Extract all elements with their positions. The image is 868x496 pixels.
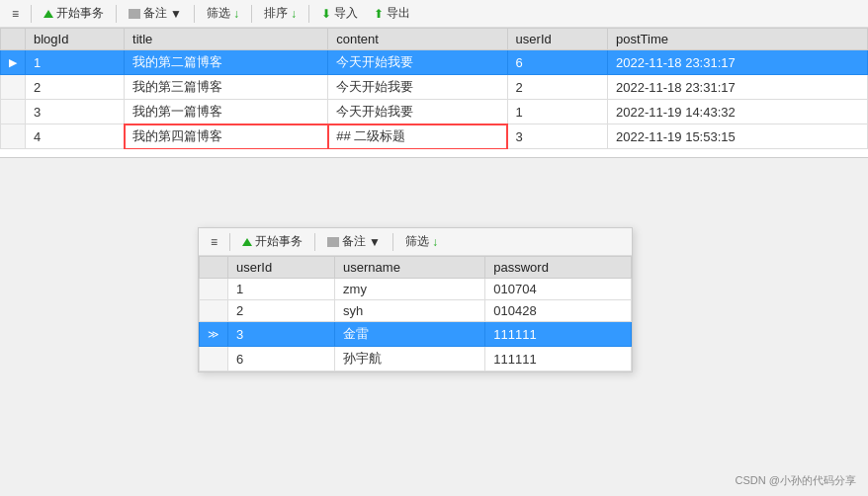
menu-button[interactable]: ≡ xyxy=(6,5,25,23)
top-panel: ≡ 开始事务 备注 ▼ 筛选 ↓ 排序 ↓ ⬇ 导入 ⬆ 导出 xyxy=(0,0,868,158)
cell-posttime[interactable]: 2022-11-19 15:53:15 xyxy=(608,124,868,149)
cell-userid[interactable]: 2 xyxy=(228,300,335,322)
cell-userid[interactable]: 1 xyxy=(507,100,607,124)
cell-userid[interactable]: 3 xyxy=(228,322,335,347)
bottom-filter-label: 筛选 xyxy=(405,233,429,250)
notes-dropdown-icon: ▼ xyxy=(170,7,182,21)
cell-title[interactable]: 我的第一篇博客 xyxy=(125,100,328,124)
row-indicator xyxy=(1,100,26,124)
export-icon: ⬆ xyxy=(374,7,384,21)
sort-button[interactable]: 排序 ↓ xyxy=(258,3,303,24)
bottom-notes-button[interactable]: 备注 ▼ xyxy=(321,231,387,252)
col-userid[interactable]: userId xyxy=(507,29,607,50)
col-posttime[interactable]: postTime xyxy=(608,29,868,50)
bottom-menu-icon: ≡ xyxy=(211,235,217,249)
blog-table-header: blogId title content userId postTime xyxy=(1,29,868,50)
col-username[interactable]: username xyxy=(335,257,485,279)
user-table-body: 1zmy0107042syh010428≫3金雷1111116孙宇航111111 xyxy=(200,279,632,372)
cell-title[interactable]: 我的第四篇博客 xyxy=(125,124,328,149)
import-button[interactable]: ⬇ 导入 xyxy=(315,3,364,24)
table-row[interactable]: 3我的第一篇博客今天开始我要12022-11-19 14:43:32 xyxy=(1,100,868,124)
start-transaction-label: 开始事务 xyxy=(56,5,104,22)
cell-password[interactable]: 111111 xyxy=(485,347,632,372)
export-label: 导出 xyxy=(387,5,410,22)
row-indicator xyxy=(1,75,26,100)
cell-userid[interactable]: 6 xyxy=(507,50,607,75)
bottom-separator-2 xyxy=(314,233,315,251)
cell-userid[interactable]: 1 xyxy=(228,279,335,300)
cell-blogid[interactable]: 4 xyxy=(26,124,125,149)
cell-password[interactable]: 010428 xyxy=(485,300,632,322)
cell-username[interactable]: syh xyxy=(335,300,485,322)
bottom-start-transaction-label: 开始事务 xyxy=(255,233,303,250)
col-blogid[interactable]: blogId xyxy=(26,29,125,50)
bottom-start-transaction-button[interactable]: 开始事务 xyxy=(236,231,308,252)
export-button[interactable]: ⬆ 导出 xyxy=(368,3,416,24)
separator-1 xyxy=(31,5,32,23)
user-table: userId username password 1zmy0107042syh0… xyxy=(199,256,632,372)
filter-button[interactable]: 筛选 ↓ xyxy=(201,3,245,24)
cell-blogid[interactable]: 2 xyxy=(26,75,125,100)
play-icon xyxy=(43,10,53,18)
separator-3 xyxy=(194,5,195,23)
watermark-text: CSDN @小孙的代码分享 xyxy=(736,474,856,486)
table-row[interactable]: 6孙宇航111111 xyxy=(200,347,632,372)
table-row[interactable]: ▶1我的第二篇博客今天开始我要62022-11-18 23:31:17 xyxy=(1,50,868,75)
row-indicator xyxy=(1,124,26,149)
col-content[interactable]: content xyxy=(328,29,507,50)
table-row[interactable]: 2syh010428 xyxy=(200,300,632,322)
bottom-separator-1 xyxy=(229,233,230,251)
bottom-play-icon xyxy=(242,238,252,246)
bottom-notes-label: 备注 xyxy=(342,233,366,250)
table-row[interactable]: ≫3金雷111111 xyxy=(200,322,632,347)
cell-username[interactable]: zmy xyxy=(335,279,485,300)
table-row[interactable]: 4我的第四篇博客## 二级标题32022-11-19 15:53:15 xyxy=(1,124,868,149)
blog-table: blogId title content userId postTime ▶1我… xyxy=(0,28,868,149)
row-indicator xyxy=(200,347,228,372)
cell-content[interactable]: 今天开始我要 xyxy=(328,75,507,100)
watermark: CSDN @小孙的代码分享 xyxy=(736,473,856,488)
bottom-notes-dropdown-icon: ▼ xyxy=(369,235,381,249)
cell-content[interactable]: ## 二级标题 xyxy=(328,124,507,149)
top-table-wrapper: blogId title content userId postTime ▶1我… xyxy=(0,28,868,149)
sort-arrow-icon: ↓ xyxy=(291,7,297,21)
cell-posttime[interactable]: 2022-11-18 23:31:17 xyxy=(608,50,868,75)
cell-username[interactable]: 孙宇航 xyxy=(335,347,485,372)
top-toolbar: ≡ 开始事务 备注 ▼ 筛选 ↓ 排序 ↓ ⬇ 导入 ⬆ 导出 xyxy=(0,0,868,28)
col-password[interactable]: password xyxy=(485,257,632,279)
filter-arrow-icon: ↓ xyxy=(233,7,239,21)
user-table-header: userId username password xyxy=(200,257,632,279)
cell-title[interactable]: 我的第三篇博客 xyxy=(125,75,328,100)
table-row[interactable]: 1zmy010704 xyxy=(200,279,632,300)
bottom-menu-button[interactable]: ≡ xyxy=(205,233,223,251)
cell-password[interactable]: 010704 xyxy=(485,279,632,300)
col-title[interactable]: title xyxy=(125,29,328,50)
cell-posttime[interactable]: 2022-11-19 14:43:32 xyxy=(608,100,868,124)
bottom-filter-button[interactable]: 筛选 ↓ xyxy=(399,231,444,252)
filter-label: 筛选 xyxy=(207,5,230,22)
row-indicator xyxy=(200,300,228,322)
blog-table-body: ▶1我的第二篇博客今天开始我要62022-11-18 23:31:172我的第三… xyxy=(1,50,868,149)
cell-title[interactable]: 我的第二篇博客 xyxy=(125,50,328,75)
menu-icon: ≡ xyxy=(12,7,19,21)
cell-userid[interactable]: 2 xyxy=(507,75,607,100)
cell-userid[interactable]: 3 xyxy=(507,124,607,149)
col-userid-user[interactable]: userId xyxy=(228,257,335,279)
table-row[interactable]: 2我的第三篇博客今天开始我要22022-11-18 23:31:17 xyxy=(1,75,868,100)
cell-userid[interactable]: 6 xyxy=(228,347,335,372)
cell-password[interactable]: 111111 xyxy=(485,322,632,347)
cell-username[interactable]: 金雷 xyxy=(335,322,485,347)
notes-button[interactable]: 备注 ▼ xyxy=(123,3,188,24)
bottom-notes-icon xyxy=(327,237,339,247)
cell-blogid[interactable]: 3 xyxy=(26,100,125,124)
cell-posttime[interactable]: 2022-11-18 23:31:17 xyxy=(608,75,868,100)
col-indicator xyxy=(1,29,26,50)
cell-content[interactable]: 今天开始我要 xyxy=(328,50,507,75)
start-transaction-button[interactable]: 开始事务 xyxy=(38,3,110,24)
bottom-separator-3 xyxy=(392,233,393,251)
bottom-table-wrapper: userId username password 1zmy0107042syh0… xyxy=(199,256,632,372)
cell-content[interactable]: 今天开始我要 xyxy=(328,100,507,124)
bottom-panel: ≡ 开始事务 备注 ▼ 筛选 ↓ userId username passw xyxy=(198,227,633,372)
separator-2 xyxy=(116,5,117,23)
cell-blogid[interactable]: 1 xyxy=(26,50,125,75)
